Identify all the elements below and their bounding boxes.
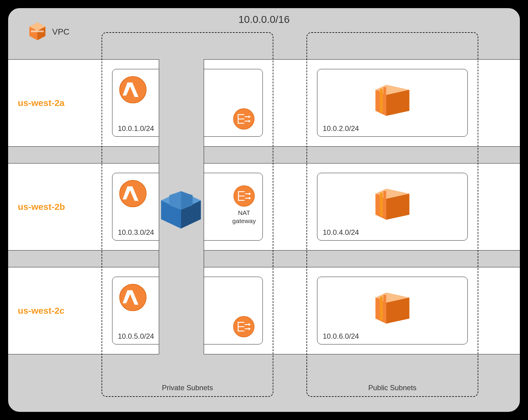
az-label: us-west-2b bbox=[18, 202, 65, 212]
svg-rect-55 bbox=[377, 298, 379, 319]
ec2-instance-icon bbox=[370, 81, 415, 121]
ec2-instance-icon bbox=[370, 185, 415, 225]
vpc-header: VPC bbox=[27, 21, 70, 43]
svg-rect-47 bbox=[238, 331, 244, 331]
svg-rect-10 bbox=[238, 119, 244, 120]
svg-rect-37 bbox=[377, 194, 379, 215]
lambda-icon bbox=[119, 76, 147, 105]
public-subnet-2c: 10.0.6.0/24 bbox=[317, 277, 468, 344]
az-label: us-west-2c bbox=[18, 306, 64, 316]
svg-rect-19 bbox=[377, 90, 379, 111]
public-subnet-2a: 10.0.2.0/24 bbox=[317, 69, 468, 137]
svg-rect-38 bbox=[380, 192, 383, 216]
vpc-label: VPC bbox=[52, 27, 70, 37]
subnet-cidr: 10.0.2.0/24 bbox=[323, 124, 359, 133]
nat-gateway-icon bbox=[233, 108, 255, 131]
subnet-cidr: 10.0.1.0/24 bbox=[118, 124, 154, 133]
svg-rect-27 bbox=[238, 191, 245, 192]
subnet-cidr: 10.0.4.0/24 bbox=[323, 228, 359, 237]
svg-rect-56 bbox=[380, 296, 383, 320]
svg-rect-28 bbox=[238, 196, 245, 197]
subnet-cidr: 10.0.5.0/24 bbox=[118, 332, 154, 341]
subnet-cidr: 10.0.6.0/24 bbox=[323, 332, 359, 341]
vpc-icon bbox=[27, 21, 48, 43]
svg-rect-9 bbox=[238, 114, 244, 115]
svg-rect-57 bbox=[383, 295, 386, 322]
az-label: us-west-2a bbox=[18, 98, 64, 108]
nat-label-line2: gateway bbox=[232, 217, 256, 224]
subnet-cidr: 10.0.3.0/24 bbox=[118, 228, 154, 237]
nat-gateway-with-label: NAT gateway bbox=[232, 185, 256, 224]
public-subnets-label: Public Subnets bbox=[368, 384, 416, 392]
private-subnets-label: Private Subnets bbox=[162, 384, 213, 392]
svg-rect-3 bbox=[31, 30, 44, 32]
svg-rect-29 bbox=[238, 200, 245, 201]
svg-rect-39 bbox=[383, 191, 386, 218]
svg-rect-45 bbox=[238, 322, 244, 323]
svg-rect-11 bbox=[238, 123, 244, 124]
svg-rect-21 bbox=[383, 87, 386, 114]
vpc-container: 10.0.0.0/16 VPC us-west-2a us-west-2b us… bbox=[8, 8, 520, 412]
ec2-instance-icon bbox=[370, 288, 415, 329]
redshift-icon bbox=[158, 189, 204, 232]
vpc-cidr: 10.0.0.0/16 bbox=[238, 14, 290, 25]
nat-gateway-icon bbox=[233, 203, 255, 208]
svg-rect-46 bbox=[238, 326, 244, 327]
lambda-icon bbox=[119, 180, 147, 209]
public-subnet-2b: 10.0.4.0/24 bbox=[317, 173, 468, 241]
lambda-icon bbox=[119, 284, 147, 313]
nat-gateway-icon bbox=[233, 316, 255, 339]
svg-rect-20 bbox=[380, 89, 383, 112]
nat-label-line1: NAT bbox=[232, 209, 256, 216]
